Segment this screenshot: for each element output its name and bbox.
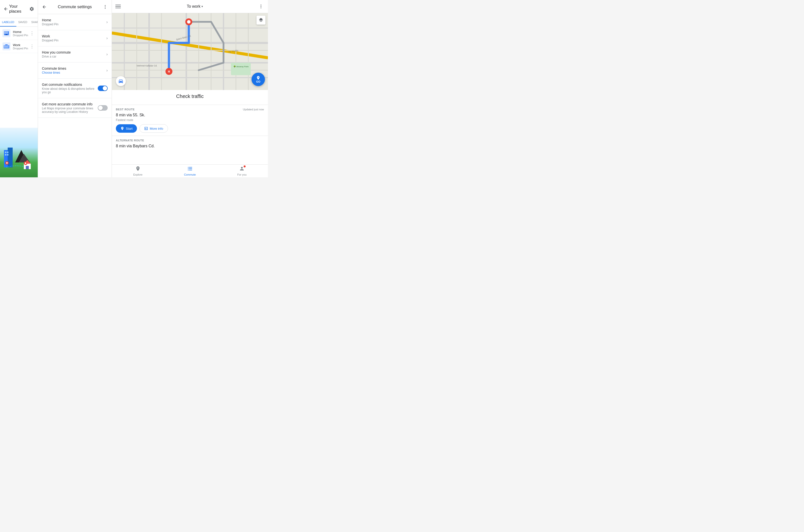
places-title: Your places: [9, 4, 29, 14]
best-route-time: 8 min via 55. Sk.: [116, 111, 264, 118]
hamburger-line-1: [115, 5, 121, 5]
commute-nav-label: Commute: [184, 173, 196, 176]
for-you-nav-label: For you: [238, 173, 247, 176]
home-chevron-icon: ›: [107, 20, 108, 24]
settings-accurate-info-title: Get more accurate commute info: [42, 102, 98, 106]
settings-home-content: Home Dropped Pin: [42, 18, 107, 26]
commute-back-button[interactable]: [41, 3, 48, 11]
settings-accurate-info-content: Get more accurate commute info Let Maps …: [42, 102, 98, 114]
work-more-button[interactable]: ⋮: [29, 43, 35, 50]
explore-icon: [135, 166, 141, 173]
hamburger-line-2: [115, 6, 121, 7]
svg-rect-13: [5, 46, 6, 46]
svg-rect-30: [26, 166, 29, 169]
settings-notifications[interactable]: Get commute notifications Know about del…: [38, 79, 112, 98]
hamburger-menu-button[interactable]: [115, 3, 122, 10]
svg-rect-3: [6, 32, 6, 33]
svg-rect-8: [5, 34, 7, 35]
settings-notifications-title: Get commute notifications: [42, 82, 98, 87]
map-layer-button[interactable]: [257, 16, 265, 24]
map-header: To work ▾: [112, 0, 268, 13]
more-info-button[interactable]: More info: [139, 124, 168, 133]
alt-route-label: ALTERNATE ROUTE: [116, 139, 264, 142]
tab-labeled[interactable]: LABELED: [0, 18, 16, 26]
svg-point-37: [105, 8, 106, 9]
places-panel: Your places LABELED SAVED SHARED FOLLOWI…: [0, 0, 38, 177]
start-button[interactable]: Start: [116, 124, 137, 133]
svg-point-35: [105, 5, 106, 6]
tab-shared[interactable]: SHARED: [29, 18, 38, 26]
svg-rect-25: [7, 154, 8, 155]
svg-rect-5: [4, 33, 5, 34]
commute-settings-panel: Commute settings Home Dropped Pin › Work…: [38, 0, 112, 177]
accurate-info-toggle[interactable]: [98, 105, 108, 111]
svg-rect-24: [5, 154, 6, 155]
bottom-navigation: Explore Commute For you: [112, 165, 268, 177]
best-route-section: BEST ROUTE Updated just now 8 min via 55…: [112, 105, 268, 136]
to-work-label: To work: [187, 4, 201, 9]
hamburger-line-3: [115, 8, 121, 8]
home-more-button[interactable]: ⋮: [29, 30, 35, 37]
place-item-work[interactable]: Work Dropped Pin ⋮: [0, 40, 38, 53]
svg-rect-14: [6, 46, 7, 46]
svg-rect-22: [5, 152, 6, 153]
svg-point-40: [260, 7, 261, 8]
settings-work[interactable]: Work Dropped Pin ›: [38, 30, 112, 46]
settings-notifications-sub: Know about delays & disruptions before y…: [42, 87, 98, 94]
to-work-selector[interactable]: To work ▾: [187, 4, 203, 9]
svg-rect-17: [5, 47, 6, 48]
svg-text:Mehmet Kafadar Cd.: Mehmet Kafadar Cd.: [137, 64, 157, 67]
settings-work-title: Work: [42, 34, 107, 38]
traffic-section: Check traffic: [112, 90, 268, 105]
settings-home[interactable]: Home Dropped Pin ›: [38, 14, 112, 30]
home-place-icon: [2, 29, 11, 37]
svg-rect-2: [4, 32, 5, 33]
settings-accurate-info[interactable]: Get more accurate commute info Let Maps …: [38, 98, 112, 118]
go-button[interactable]: GO: [251, 73, 265, 86]
settings-commute-times[interactable]: Commute times Choose times ›: [38, 62, 112, 79]
map-more-button[interactable]: [258, 3, 264, 10]
svg-point-59: [187, 20, 190, 23]
tab-saved[interactable]: SAVED: [16, 18, 29, 26]
start-button-label: Start: [126, 127, 132, 131]
place-item-home[interactable]: Home Dropped Pin ⋮: [0, 27, 38, 40]
svg-rect-15: [8, 46, 8, 46]
svg-rect-23: [7, 152, 8, 153]
settings-icon[interactable]: [29, 5, 35, 13]
settings-commute-times-content: Commute times Choose times: [42, 66, 107, 74]
work-place-sub: Dropped Pin: [13, 47, 29, 50]
nav-commute[interactable]: Commute: [164, 165, 216, 177]
work-chevron-icon: ›: [107, 36, 108, 40]
best-route-label: BEST ROUTE: [116, 108, 135, 111]
notifications-toggle-knob: [103, 86, 107, 91]
nav-for-you[interactable]: For you: [216, 165, 268, 177]
for-you-icon: [239, 166, 245, 173]
alt-route-section: ALTERNATE ROUTE 8 min via Baybars Cd.: [112, 136, 268, 152]
settings-how-commute-title: How you commute: [42, 50, 107, 54]
commute-nav-icon: [187, 166, 193, 173]
notifications-toggle[interactable]: [98, 86, 108, 91]
commute-more-button[interactable]: [102, 3, 109, 11]
svg-rect-4: [7, 32, 8, 33]
nav-explore[interactable]: Explore: [112, 165, 164, 177]
svg-point-39: [260, 6, 261, 7]
places-illustration: [0, 128, 38, 177]
svg-rect-6: [6, 33, 6, 34]
work-place-name: Work: [13, 43, 29, 47]
commute-settings-title: Commute settings: [48, 4, 102, 10]
home-place-sub: Dropped Pin: [13, 34, 29, 37]
commute-settings-list: Home Dropped Pin › Work Dropped Pin › Ho…: [38, 14, 112, 177]
svg-rect-7: [7, 33, 8, 34]
settings-work-sub: Dropped Pin: [42, 39, 107, 42]
accurate-info-toggle-knob: [98, 106, 103, 110]
settings-accurate-info-sub: Let Maps improve your commute times accu…: [42, 107, 98, 114]
svg-rect-12: [4, 46, 5, 46]
back-button[interactable]: [3, 5, 9, 13]
settings-how-commute[interactable]: How you commute Drive a car ›: [38, 46, 112, 62]
commute-header: Commute settings: [38, 0, 112, 14]
map-view[interactable]: H Şükrü Balcı Cd. Mehmet Kafadar Cd. 75.…: [112, 13, 268, 90]
route-time-unit: min via 55. Sk.: [118, 113, 145, 117]
commute-times-chevron-icon: ›: [107, 68, 108, 73]
settings-how-commute-content: How you commute Drive a car: [42, 50, 107, 58]
home-place-name: Home: [13, 30, 29, 34]
